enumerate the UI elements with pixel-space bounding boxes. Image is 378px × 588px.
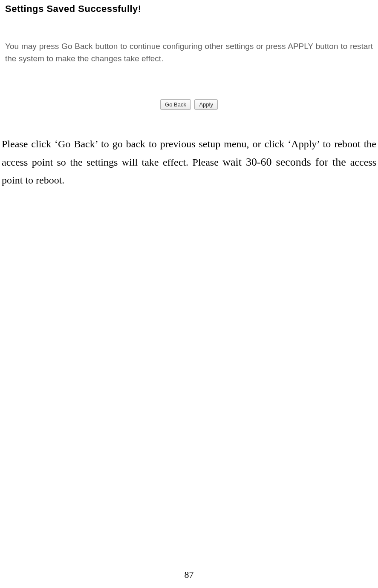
page-number: 87: [0, 569, 378, 580]
apply-button[interactable]: Apply: [194, 99, 218, 110]
go-back-button[interactable]: Go Back: [160, 99, 191, 110]
document-instruction-paragraph: Please click ‘Go Back’ to go back to pre…: [0, 135, 378, 189]
button-row: Go Back Apply: [5, 99, 373, 110]
settings-saved-info-text: You may press Go Back button to continue…: [5, 40, 373, 65]
settings-saved-screenshot: Settings Saved Successfully! You may pre…: [0, 0, 378, 110]
doc-text-emphasis: wait 30-60 seconds for the: [222, 156, 350, 168]
settings-saved-title: Settings Saved Successfully!: [5, 3, 373, 14]
